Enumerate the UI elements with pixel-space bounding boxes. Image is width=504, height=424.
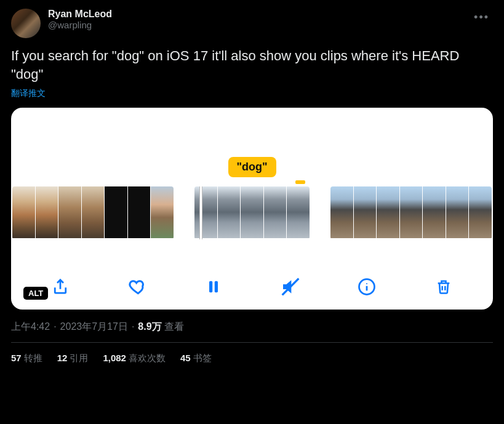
tweet-text: If you search for "dog" on iOS 17 it'll … bbox=[11, 47, 493, 83]
thumbnail bbox=[82, 186, 105, 238]
more-icon[interactable]: ••• bbox=[470, 9, 493, 26]
thumbnail bbox=[218, 186, 241, 238]
thumbnail bbox=[287, 186, 310, 238]
date[interactable]: 2023年7月17日 bbox=[60, 321, 128, 334]
thumbnail bbox=[128, 186, 151, 238]
thumbnail bbox=[330, 186, 353, 238]
thumbnail bbox=[400, 186, 423, 238]
filmstrip[interactable] bbox=[11, 186, 493, 239]
views-label: 查看 bbox=[164, 321, 184, 332]
playhead[interactable] bbox=[199, 186, 202, 239]
meta-row: 上午4:42 · 2023年7月17日 · 8.9万 查看 bbox=[11, 321, 493, 334]
media-card[interactable]: "dog" bbox=[11, 108, 493, 310]
stats-row: 57转推 12引用 1,082喜欢次数 45书签 bbox=[11, 353, 493, 364]
views-count: 8.9万 bbox=[138, 321, 161, 332]
divider bbox=[11, 342, 493, 343]
quotes[interactable]: 12引用 bbox=[57, 353, 89, 364]
thumbnail bbox=[194, 186, 217, 238]
thumbnail bbox=[241, 186, 263, 238]
thumbnail bbox=[264, 186, 287, 238]
search-tooltip: "dog" bbox=[228, 157, 276, 177]
thumbnail bbox=[354, 186, 377, 238]
retweets[interactable]: 57转推 bbox=[11, 353, 42, 364]
alt-badge[interactable]: ALT bbox=[23, 287, 48, 300]
thumbnail bbox=[423, 186, 446, 238]
thumbnail bbox=[151, 186, 174, 238]
separator: · bbox=[132, 321, 134, 332]
tweet-header: Ryan McLeod @warpling ••• bbox=[11, 9, 493, 38]
pause-icon[interactable] bbox=[203, 276, 224, 297]
svg-point-4 bbox=[366, 283, 367, 284]
thumbnail bbox=[446, 186, 469, 238]
thumbnail bbox=[469, 186, 492, 238]
clip-group-2[interactable] bbox=[194, 186, 310, 239]
thumbnail bbox=[105, 186, 127, 238]
trash-icon[interactable] bbox=[433, 276, 454, 297]
playhead-marker bbox=[295, 180, 305, 184]
heart-icon[interactable] bbox=[127, 276, 148, 297]
display-name: Ryan McLeod bbox=[48, 9, 112, 20]
clip-group-1[interactable] bbox=[12, 186, 174, 239]
thumbnail bbox=[12, 186, 35, 238]
timestamp[interactable]: 上午4:42 bbox=[11, 321, 50, 334]
author-names[interactable]: Ryan McLeod @warpling bbox=[48, 9, 112, 30]
svg-rect-1 bbox=[215, 281, 218, 293]
share-icon[interactable] bbox=[50, 276, 71, 297]
clip-group-3[interactable] bbox=[330, 186, 492, 239]
media-content: "dog" bbox=[11, 108, 493, 264]
thumbnail bbox=[377, 186, 399, 238]
mute-icon[interactable] bbox=[280, 276, 301, 297]
separator: · bbox=[54, 321, 56, 332]
info-icon[interactable] bbox=[356, 276, 377, 297]
translate-link[interactable]: 翻译推文 bbox=[11, 88, 493, 99]
thumbnail bbox=[58, 186, 81, 238]
avatar[interactable] bbox=[11, 9, 41, 38]
handle: @warpling bbox=[48, 20, 112, 30]
media-toolbar bbox=[11, 264, 493, 310]
likes[interactable]: 1,082喜欢次数 bbox=[103, 353, 166, 364]
svg-rect-0 bbox=[209, 281, 212, 293]
bookmarks[interactable]: 45书签 bbox=[180, 353, 212, 364]
thumbnail bbox=[36, 186, 58, 238]
